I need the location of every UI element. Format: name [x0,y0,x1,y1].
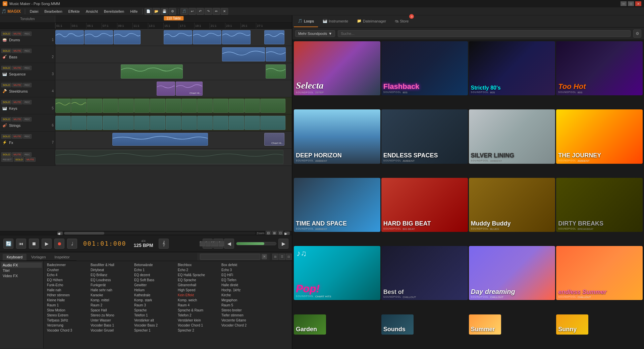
pitch-icon[interactable]: 𝄞 [159,239,169,249]
track-solo-drums[interactable]: SOLO [1,32,11,36]
soundpool-card-bestof[interactable]: Best of SOUNDPOOL CHILLOUT [381,246,468,300]
track-content-fx[interactable]: Chart Hi... [55,132,292,148]
play-button[interactable]: ▶ [42,239,52,249]
next-track-button[interactable]: ▶ [278,239,288,249]
scroll-right-btn[interactable]: ▶ [284,232,290,235]
tab-inspektor[interactable]: Inspektor [51,254,74,260]
track-solo-extra[interactable]: SOLO [1,152,11,157]
track-block-waveform[interactable] [55,150,283,164]
track-mute-strings[interactable]: MUTE [12,117,22,121]
fx-entry-halledirekt[interactable]: Halle direkt [219,283,263,288]
fx-entry-eqhohen[interactable]: EQ Höhen [45,278,89,283]
fx-entry-gitarrenhall[interactable]: Gitrarrenhall [176,283,219,288]
minimize-button[interactable]: ─ [621,1,627,6]
track-solo-all[interactable]: SOLO [14,157,24,162]
detail-view-btn[interactable]: ⊟ [286,254,292,260]
track-block[interactable] [121,64,183,79]
soundpool-card-endlesssummer[interactable]: endless Summer SOUNDPOOL CHILLOUT [556,246,643,300]
loop-button[interactable]: 🔄 [3,239,13,249]
fx-entry-gewitter[interactable]: Gewitter [132,283,176,288]
fx-entry-funkecho[interactable]: Funk-Echo [45,283,89,288]
track-solo-keys[interactable]: SOLO [1,100,11,104]
track-block[interactable] [103,116,118,130]
fx-entry-raum3[interactable]: Raum 3 [132,303,176,308]
fx-entry-kleinehalle[interactable]: Kleine Halle [45,298,89,303]
record-button[interactable]: ⏺ [54,239,64,249]
track-block[interactable] [150,116,165,130]
fx-entry-spacehall[interactable]: Space Hall [89,308,132,313]
fx-entry-sprache[interactable]: Sprache [132,308,176,313]
undo-prev-button[interactable]: ↩ [189,8,196,15]
track-content-extra[interactable] [55,149,292,165]
track-block[interactable] [229,116,244,130]
fx-entry-keineffekt[interactable]: Kein Effekt [176,293,219,298]
track-block[interactable] [114,30,141,44]
track-block[interactable] [213,116,228,130]
track-block[interactable] [85,30,113,44]
track-block[interactable] [181,116,197,130]
scroll-bar-bg[interactable] [64,232,255,235]
track-block[interactable] [229,99,244,113]
scroll-thumb[interactable] [64,232,104,235]
menu-bereitstellen[interactable]: Bereitstellen [101,9,127,14]
track-block[interactable] [197,116,213,130]
fx-entry-karaoke[interactable]: Karaoke [89,293,132,298]
track-block[interactable] [264,30,284,44]
fx-entry-boxdefekt[interactable]: Box defekt [219,262,263,267]
pitch-button[interactable]: 𝄞 [159,239,169,249]
fx-entry-verzerrte[interactable]: Verzerrte Gitarre [219,318,263,323]
fx-entry-telefon2[interactable]: Telefon 2 [176,313,219,318]
soundpool-card-dirtybreaks[interactable]: DIRTY BREAKS SOUNDPOOL BREAKBEAT [556,178,643,232]
track-block[interactable] [222,30,251,44]
track-block[interactable] [266,47,286,61]
fx-entry-hallsehrnah[interactable]: Halle sehr nah [89,288,132,293]
fx-entry-highspeed[interactable]: High Speed [176,288,219,293]
fx-entry-eqhifi[interactable]: EQ HiFi [219,272,263,278]
metronome-button[interactable]: 🎵 [180,8,188,15]
tab-keyboard[interactable]: Keyboard [3,254,26,260]
fx-entry-sprecher2[interactable]: Sprecher 2 [176,328,219,333]
track-block[interactable] [134,116,150,130]
track-block[interactable] [87,116,102,130]
soundpool-dropdown[interactable]: Mehr Soundpools ▼ [295,30,335,37]
track-reset-btn[interactable]: RESET [1,157,13,162]
track-mute-fx[interactable]: MUTE [12,134,22,139]
soundpool-card-muddybuddy[interactable]: Muddy Buddy SOUNDPOOL BLUES [469,178,555,232]
track-rec-drums[interactable]: REC [23,32,32,36]
track-block[interactable] [118,116,134,130]
list-view-btn[interactable]: ☰ [279,254,285,260]
fx-entry-vocoderchord3[interactable]: Vocoder Chord 3 [45,328,89,333]
track-rec-bass[interactable]: REC [23,49,32,53]
track-block[interactable] [157,82,175,96]
menu-effekte[interactable]: Effekte [66,9,83,14]
soundpool-card-deephorizon[interactable]: DEEP HORIZON SOUNDPOOL AMBIENT [294,109,380,163]
track-mute-all[interactable]: MUTE [25,157,36,162]
fx-entry-eqdezent[interactable]: EQ dezent [132,272,176,278]
soundpool-card-timeandspace[interactable]: TIME AND SPACE SOUNDPOOL AMBIENT [294,178,380,232]
prev-track-button[interactable]: ◀ [224,239,234,249]
track-block[interactable] [150,99,165,113]
track-block[interactable] [134,99,150,113]
soundpool-card-sunny[interactable]: Sunny [556,314,588,335]
track-content-steeldrums[interactable]: Chart Hi... [55,80,292,97]
track-rec-strings[interactable]: REC [23,117,32,121]
track-solo-strings[interactable]: SOLO [1,117,11,121]
soundpool-card-garden[interactable]: Garden [294,314,326,335]
scroll-left-btn[interactable]: ◀ [57,232,63,235]
track-rec-fx[interactable]: REC [23,134,32,139]
fx-entry-echo2[interactable]: Echo 2 [176,267,219,272]
save-button[interactable]: 💾 [161,8,168,15]
soundpool-card-summer2[interactable]: Summer [469,314,501,335]
track-block[interactable] [55,30,84,44]
track-rec-extra[interactable]: REC [23,152,32,157]
fx-entry-kompmittel[interactable]: Komp. mittel [89,298,132,303]
soundpool-card-sounds[interactable]: Sounds [381,314,414,335]
track-block[interactable] [71,116,87,130]
tab-dateimanager[interactable]: 📁 Dateimanager [353,15,390,27]
search-clear-button[interactable]: ✕ [262,254,267,259]
soundpool-card-pop[interactable]: ♪♫ Pop! SOUNDPOOL CHART HITS [294,246,380,300]
fx-entry-eqsprache[interactable]: EQ Sprache [176,278,219,283]
fx-entry-verzerrung[interactable]: Verzerrung [45,323,89,328]
track-block[interactable] [55,116,71,130]
fx-entry-stereomono[interactable]: Stereo zu Mono [89,313,132,318]
